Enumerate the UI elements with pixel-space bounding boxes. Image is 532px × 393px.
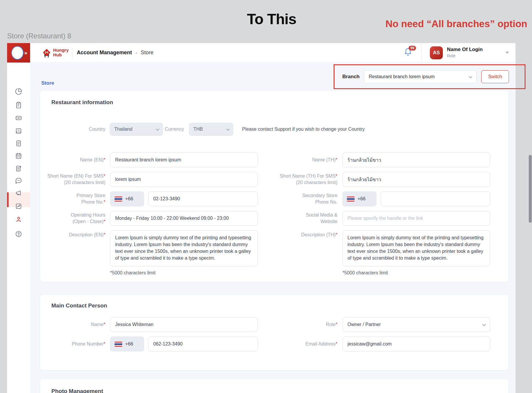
- scrollbar-thumb[interactable]: [529, 155, 532, 223]
- app-header: » Hungry Hub Account Management › Store …: [7, 43, 515, 63]
- name-th-input[interactable]: [342, 153, 490, 167]
- contact-email-input[interactable]: [342, 337, 490, 351]
- breadcrumb-section[interactable]: Account Management: [77, 50, 132, 56]
- header-divider: [72, 47, 72, 58]
- annotation-red-box: [334, 64, 526, 89]
- country-value: Thailand: [114, 127, 132, 132]
- sidebar-item-vouchers[interactable]: [15, 114, 22, 122]
- primary-phone-label: Primary Store Phone No.*: [40, 191, 105, 205]
- sidebar-item-help[interactable]: [15, 230, 22, 238]
- notification-count-badge: 99: [409, 46, 416, 50]
- contact-phone-code[interactable]: +66: [110, 337, 144, 351]
- currency-label: Currency: [152, 123, 184, 136]
- annotation-note: No need “All branches” option: [386, 18, 527, 30]
- sidebar-item-bookings[interactable]: [15, 127, 22, 135]
- annotation-title: To This: [233, 11, 310, 28]
- restaurant-info-card: Restaurant information Country Thailand …: [40, 91, 508, 282]
- sidebar-item-reviews[interactable]: [15, 177, 22, 184]
- char-limit-note-en: *5000 characters limit: [110, 270, 156, 276]
- operating-hours-label: Operating Hours (Open - Close)*: [40, 211, 105, 225]
- contact-name-label: Name*: [40, 317, 105, 332]
- thailand-flag-icon: [115, 342, 122, 347]
- sidebar-item-analytics[interactable]: [15, 203, 22, 210]
- hungryhub-logo-text: Hungry Hub: [53, 48, 69, 57]
- user-name: Name Of Login: [447, 47, 483, 53]
- contact-role-select[interactable]: Owner / Partner: [342, 317, 490, 332]
- notification-bell-button[interactable]: 99: [404, 48, 417, 59]
- primary-phone-input[interactable]: [148, 191, 258, 206]
- breadcrumb: Account Management › Store: [77, 50, 154, 56]
- sidebar-nav: [7, 63, 30, 393]
- header-divider-2: [422, 43, 422, 63]
- chevron-down-icon: [482, 322, 486, 326]
- screenshot-label: Store (Restaurant) 8: [7, 32, 71, 40]
- sidebar-item-calendar[interactable]: [15, 152, 22, 159]
- description-en-textarea[interactable]: Lorem Ipsum is simply dummy text of the …: [110, 230, 258, 266]
- hungryhub-logo-icon: [41, 48, 52, 58]
- secondary-phone-input[interactable]: [381, 191, 490, 206]
- sidebar-logo-block[interactable]: »: [7, 43, 30, 63]
- short-name-th-input[interactable]: [342, 172, 490, 187]
- short-name-en-label: Short Name (EN) For SMS* (20 characters …: [40, 172, 105, 186]
- restaurant-logo-placeholder: [11, 46, 24, 60]
- short-name-th-label: Short Name (TH) For SMS* (20 characters …: [247, 172, 337, 186]
- contact-role-value: Owner / Partner: [347, 322, 381, 327]
- name-th-label: Name (TH)*: [247, 153, 337, 167]
- logo-line2: Hub: [53, 53, 69, 57]
- contact-phone-input[interactable]: [148, 337, 258, 351]
- contact-phone-label: Phone Number*: [40, 337, 105, 351]
- phone-code-value: +66: [358, 196, 365, 202]
- chevron-down-icon: [226, 127, 230, 131]
- tab-store[interactable]: Store: [41, 80, 54, 86]
- contact-role-label: Role*: [247, 317, 337, 332]
- short-name-en-input[interactable]: [110, 172, 258, 187]
- main-contact-title: Main Contact Person: [51, 302, 107, 309]
- country-note: Please contact Support if you wish to ch…: [242, 123, 365, 136]
- contact-name-input[interactable]: [110, 317, 258, 332]
- main-contact-card: Main Contact Person Name* Role* Owner / …: [40, 295, 508, 370]
- phone-code-value: +66: [125, 196, 133, 202]
- restaurant-info-title: Restaurant information: [51, 99, 113, 106]
- user-role: Role: [447, 53, 456, 58]
- breadcrumb-page: Store: [141, 50, 154, 56]
- primary-phone-code[interactable]: +66: [110, 191, 144, 206]
- thailand-flag-icon: [115, 196, 122, 202]
- user-menu-caret-icon[interactable]: [505, 52, 509, 54]
- photo-management-title: Photo Management: [51, 388, 103, 393]
- social-input[interactable]: [342, 211, 490, 226]
- sidebar-item-marketing[interactable]: [15, 189, 22, 196]
- sidebar-item-billing[interactable]: [15, 165, 22, 172]
- char-limit-note-th: *5000 characters limit: [342, 270, 388, 276]
- sidebar-item-reports[interactable]: [15, 140, 22, 147]
- currency-select[interactable]: THB: [189, 123, 233, 136]
- sidebar-item-account[interactable]: [15, 216, 22, 223]
- thailand-flag-icon: [347, 196, 355, 202]
- sidebar-item-dashboard[interactable]: [15, 88, 22, 95]
- social-label: Social Media & Website: [247, 211, 337, 225]
- name-en-input[interactable]: [110, 153, 258, 167]
- app-window: » Hungry Hub Account Management › Store …: [7, 43, 515, 393]
- user-avatar[interactable]: AS: [430, 46, 443, 59]
- secondary-phone-code[interactable]: +66: [342, 191, 376, 206]
- description-th-textarea[interactable]: Lorem Ipsum is simply dummy text of the …: [342, 230, 490, 266]
- secondary-phone-label: Secondary Store Phone No.: [247, 191, 337, 205]
- operating-hours-input[interactable]: [110, 211, 258, 226]
- sidebar-item-orders[interactable]: [15, 101, 22, 109]
- description-en-label: Description (EN)*: [40, 232, 105, 238]
- name-en-label: Name (EN)*: [40, 153, 105, 167]
- description-th-label: Description (TH)*: [247, 232, 337, 238]
- contact-email-label: Email Address*: [247, 337, 337, 351]
- phone-code-value: +66: [125, 341, 133, 347]
- logo-line1: Hungry: [53, 48, 69, 53]
- currency-value: THB: [193, 127, 203, 132]
- country-label: Country: [40, 123, 105, 136]
- breadcrumb-separator-icon: ›: [136, 50, 137, 56]
- photo-management-card: Photo Management: [40, 379, 508, 393]
- sidebar-collapse-icon[interactable]: »: [24, 50, 27, 56]
